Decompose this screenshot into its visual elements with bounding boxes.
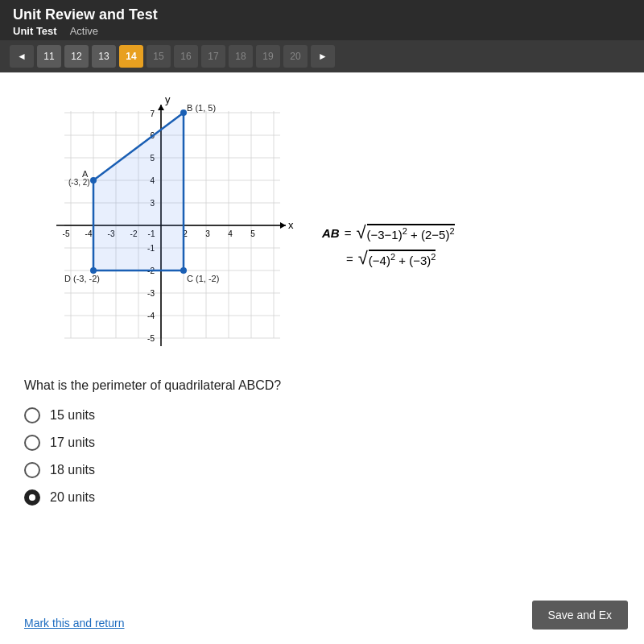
sqrt-expression-1: √ (−3−1)2 + (2−5)2 [356, 224, 454, 242]
svg-text:x: x [288, 219, 294, 231]
svg-text:D (-3, -2): D (-3, -2) [64, 274, 100, 283]
pagination-bar: ◄ 11 12 13 14 15 16 17 18 19 20 ► [0, 40, 644, 72]
sqrt-expression-2: √ (−4)2 + (−3)2 [358, 250, 436, 267]
page-12-button[interactable]: 12 [64, 45, 89, 68]
header: Unit Review and Test Unit Test Active [0, 0, 644, 40]
coordinate-graph: x y -5 -4 -3 -2 -1 2 3 4 5 7 6 [24, 89, 298, 362]
option-15-units[interactable]: 15 units [24, 407, 628, 423]
page-17-button[interactable]: 17 [201, 45, 225, 68]
option-18-units[interactable]: 18 units [24, 462, 628, 478]
option-17-units[interactable]: 17 units [24, 435, 628, 451]
page-20-button[interactable]: 20 [283, 45, 308, 68]
page-11-button[interactable]: 11 [37, 45, 61, 68]
svg-text:(-3, 2): (-3, 2) [68, 178, 90, 187]
page-15-button[interactable]: 15 [147, 45, 171, 68]
option-15-label: 15 units [50, 408, 95, 423]
svg-text:C (1, -2): C (1, -2) [187, 274, 219, 283]
formula-line-1: AB = √ (−3−1)2 + (2−5)2 [322, 224, 455, 242]
nav-active[interactable]: Active [70, 25, 98, 37]
main-content: x y -5 -4 -3 -2 -1 2 3 4 5 7 6 [0, 72, 644, 644]
radio-15[interactable] [24, 407, 40, 423]
svg-text:-4: -4 [85, 229, 93, 238]
option-20-units[interactable]: 20 units [24, 489, 628, 506]
svg-text:-3: -3 [147, 289, 155, 298]
svg-text:B (1, 5): B (1, 5) [187, 103, 216, 113]
nav-unit-test[interactable]: Unit Test [13, 25, 57, 37]
radio-inner-20 [29, 494, 35, 501]
svg-marker-24 [158, 105, 164, 110]
svg-point-48 [180, 109, 187, 116]
svg-point-49 [180, 267, 187, 274]
svg-point-47 [90, 177, 97, 184]
page-16-button[interactable]: 16 [174, 45, 198, 68]
page-13-button[interactable]: 13 [92, 45, 116, 68]
option-20-label: 20 units [50, 490, 95, 505]
page-title: Unit Review and Test [13, 6, 631, 23]
radio-17[interactable] [24, 435, 40, 451]
radio-18[interactable] [24, 462, 40, 478]
next-page-button[interactable]: ► [311, 45, 335, 68]
svg-text:-4: -4 [147, 312, 155, 320]
page-18-button[interactable]: 18 [229, 45, 253, 68]
formula-line-2: = √ (−4)2 + (−3)2 [322, 250, 455, 267]
save-button[interactable]: Save and Ex [532, 601, 628, 630]
formula-area: AB = √ (−3−1)2 + (2−5)2 = √ (−4)2 + (−3)… [322, 89, 455, 362]
option-18-label: 18 units [50, 463, 95, 477]
svg-marker-23 [280, 222, 286, 229]
prev-page-button[interactable]: ◄ [10, 45, 34, 68]
question-text: What is the perimeter of quadrilateral A… [24, 378, 628, 393]
content-top: x y -5 -4 -3 -2 -1 2 3 4 5 7 6 [24, 89, 628, 362]
page-14-button[interactable]: 14 [119, 45, 143, 68]
footer: Mark this and return Save and Ex [24, 592, 628, 630]
svg-text:y: y [165, 93, 171, 105]
mark-return-link[interactable]: Mark this and return [24, 617, 125, 630]
radio-20[interactable] [24, 489, 40, 506]
options-list: 15 units 17 units 18 units 20 units [24, 407, 628, 506]
svg-point-50 [90, 267, 97, 274]
svg-text:5: 5 [250, 229, 255, 238]
svg-text:-5: -5 [63, 229, 70, 238]
option-17-label: 17 units [50, 436, 95, 450]
page-19-button[interactable]: 19 [256, 45, 280, 68]
svg-text:4: 4 [228, 229, 233, 238]
header-nav: Unit Test Active [13, 25, 631, 37]
svg-text:3: 3 [205, 229, 210, 238]
svg-text:-5: -5 [147, 334, 155, 343]
formula-label: AB [322, 226, 340, 240]
svg-text:7: 7 [150, 109, 155, 118]
